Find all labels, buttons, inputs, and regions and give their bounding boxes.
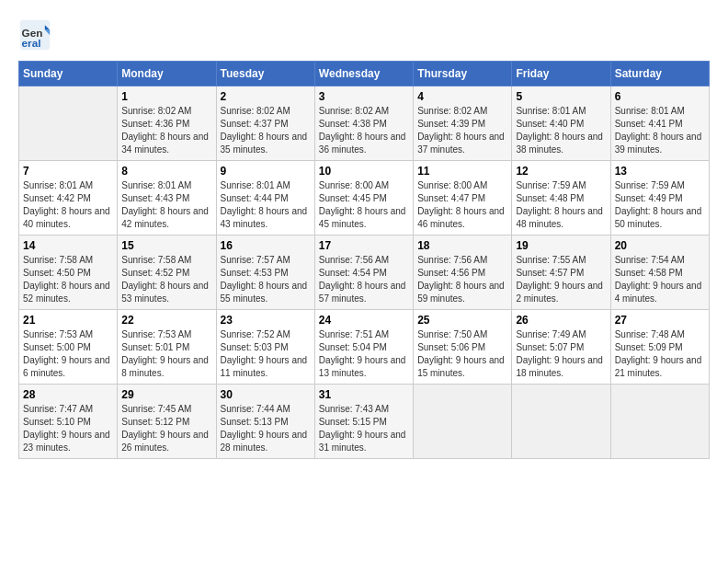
calendar-cell [610, 385, 709, 459]
day-number: 19 [516, 239, 606, 252]
week-row-1: 1 Sunrise: 8:02 AMSunset: 4:36 PMDayligh… [19, 86, 710, 161]
day-info: Sunrise: 8:02 AMSunset: 4:38 PMDaylight:… [319, 105, 409, 156]
calendar-cell: 22 Sunrise: 7:53 AMSunset: 5:01 PMDaylig… [118, 310, 216, 385]
calendar-cell: 18 Sunrise: 7:56 AMSunset: 4:56 PMDaylig… [414, 236, 512, 310]
day-info: Sunrise: 7:55 AMSunset: 4:57 PMDaylight:… [516, 254, 606, 305]
calendar-cell: 17 Sunrise: 7:56 AMSunset: 4:54 PMDaylig… [314, 236, 413, 310]
day-number: 5 [516, 90, 606, 103]
day-number: 24 [319, 314, 409, 327]
calendar-cell: 19 Sunrise: 7:55 AMSunset: 4:57 PMDaylig… [512, 236, 610, 310]
day-info: Sunrise: 7:53 AMSunset: 5:00 PMDaylight:… [23, 328, 113, 380]
header: Gen eral [18, 18, 710, 52]
day-info: Sunrise: 7:56 AMSunset: 4:56 PMDaylight:… [417, 254, 507, 305]
logo: Gen eral [18, 18, 55, 52]
day-info: Sunrise: 7:59 AMSunset: 4:48 PMDaylight:… [516, 179, 606, 231]
day-info: Sunrise: 7:58 AMSunset: 4:50 PMDaylight:… [23, 254, 113, 305]
calendar-cell: 2 Sunrise: 8:02 AMSunset: 4:37 PMDayligh… [216, 86, 314, 161]
day-number: 2 [221, 90, 311, 103]
calendar-cell: 24 Sunrise: 7:51 AMSunset: 5:04 PMDaylig… [314, 310, 413, 385]
calendar-cell: 15 Sunrise: 7:58 AMSunset: 4:52 PMDaylig… [118, 236, 216, 310]
day-number: 17 [319, 239, 409, 252]
day-info: Sunrise: 7:59 AMSunset: 4:49 PMDaylight:… [615, 179, 705, 231]
header-friday: Friday [512, 62, 610, 86]
day-number: 11 [417, 165, 507, 178]
day-info: Sunrise: 7:57 AMSunset: 4:53 PMDaylight:… [221, 254, 311, 305]
day-number: 13 [615, 165, 705, 178]
calendar-cell: 31 Sunrise: 7:43 AMSunset: 5:15 PMDaylig… [314, 385, 413, 459]
day-info: Sunrise: 8:01 AMSunset: 4:42 PMDaylight:… [23, 179, 113, 231]
day-number: 25 [417, 314, 507, 327]
day-info: Sunrise: 8:02 AMSunset: 4:37 PMDaylight:… [221, 105, 311, 156]
day-number: 8 [121, 165, 211, 178]
day-number: 27 [615, 314, 705, 327]
svg-text:eral: eral [22, 37, 41, 49]
calendar-cell: 30 Sunrise: 7:44 AMSunset: 5:13 PMDaylig… [216, 385, 314, 459]
calendar-cell: 26 Sunrise: 7:49 AMSunset: 5:07 PMDaylig… [512, 310, 610, 385]
day-number: 7 [23, 165, 113, 178]
calendar-cell [414, 385, 512, 459]
calendar-table: SundayMondayTuesdayWednesdayThursdayFrid… [18, 61, 710, 459]
week-row-2: 7 Sunrise: 8:01 AMSunset: 4:42 PMDayligh… [19, 161, 710, 236]
day-number: 22 [121, 314, 211, 327]
day-number: 20 [615, 239, 705, 252]
calendar-cell: 11 Sunrise: 8:00 AMSunset: 4:47 PMDaylig… [414, 161, 512, 236]
header-wednesday: Wednesday [314, 62, 413, 86]
day-number: 14 [23, 239, 113, 252]
calendar-cell: 16 Sunrise: 7:57 AMSunset: 4:53 PMDaylig… [216, 236, 314, 310]
calendar-cell: 7 Sunrise: 8:01 AMSunset: 4:42 PMDayligh… [19, 161, 118, 236]
calendar-cell: 12 Sunrise: 7:59 AMSunset: 4:48 PMDaylig… [512, 161, 610, 236]
calendar-cell [512, 385, 610, 459]
day-info: Sunrise: 7:48 AMSunset: 5:09 PMDaylight:… [615, 328, 705, 380]
header-sunday: Sunday [19, 62, 118, 86]
day-number: 21 [23, 314, 113, 327]
calendar-cell: 28 Sunrise: 7:47 AMSunset: 5:10 PMDaylig… [19, 385, 118, 459]
day-number: 16 [221, 239, 311, 252]
logo-icon: Gen eral [18, 18, 51, 52]
day-number: 4 [417, 90, 507, 103]
header-thursday: Thursday [414, 62, 512, 86]
calendar-cell: 29 Sunrise: 7:45 AMSunset: 5:12 PMDaylig… [118, 385, 216, 459]
day-number: 6 [615, 90, 705, 103]
day-info: Sunrise: 7:47 AMSunset: 5:10 PMDaylight:… [23, 403, 113, 454]
calendar-cell: 3 Sunrise: 8:02 AMSunset: 4:38 PMDayligh… [314, 86, 413, 161]
day-info: Sunrise: 7:52 AMSunset: 5:03 PMDaylight:… [221, 328, 311, 380]
day-number: 1 [121, 90, 211, 103]
day-number: 9 [221, 165, 311, 178]
day-number: 10 [319, 165, 409, 178]
day-info: Sunrise: 8:02 AMSunset: 4:36 PMDaylight:… [121, 105, 211, 156]
day-info: Sunrise: 8:00 AMSunset: 4:47 PMDaylight:… [417, 179, 507, 231]
header-saturday: Saturday [610, 62, 709, 86]
day-number: 12 [516, 165, 606, 178]
day-info: Sunrise: 8:00 AMSunset: 4:45 PMDaylight:… [319, 179, 409, 231]
day-info: Sunrise: 8:01 AMSunset: 4:41 PMDaylight:… [615, 105, 705, 156]
day-info: Sunrise: 7:43 AMSunset: 5:15 PMDaylight:… [319, 403, 409, 454]
day-number: 28 [23, 388, 113, 401]
calendar-cell: 23 Sunrise: 7:52 AMSunset: 5:03 PMDaylig… [216, 310, 314, 385]
day-info: Sunrise: 7:53 AMSunset: 5:01 PMDaylight:… [121, 328, 211, 380]
day-info: Sunrise: 8:01 AMSunset: 4:44 PMDaylight:… [221, 179, 311, 231]
day-info: Sunrise: 7:54 AMSunset: 4:58 PMDaylight:… [615, 254, 705, 305]
calendar-cell: 27 Sunrise: 7:48 AMSunset: 5:09 PMDaylig… [610, 310, 709, 385]
calendar-cell [19, 86, 118, 161]
day-number: 18 [417, 239, 507, 252]
day-info: Sunrise: 7:44 AMSunset: 5:13 PMDaylight:… [221, 403, 311, 454]
week-row-3: 14 Sunrise: 7:58 AMSunset: 4:50 PMDaylig… [19, 236, 710, 310]
day-number: 29 [121, 388, 211, 401]
calendar-cell: 5 Sunrise: 8:01 AMSunset: 4:40 PMDayligh… [512, 86, 610, 161]
calendar-cell: 13 Sunrise: 7:59 AMSunset: 4:49 PMDaylig… [610, 161, 709, 236]
day-number: 30 [221, 388, 311, 401]
day-info: Sunrise: 7:50 AMSunset: 5:06 PMDaylight:… [417, 328, 507, 380]
day-info: Sunrise: 7:58 AMSunset: 4:52 PMDaylight:… [121, 254, 211, 305]
day-number: 26 [516, 314, 606, 327]
calendar-cell: 9 Sunrise: 8:01 AMSunset: 4:44 PMDayligh… [216, 161, 314, 236]
day-info: Sunrise: 7:49 AMSunset: 5:07 PMDaylight:… [516, 328, 606, 380]
calendar-cell: 10 Sunrise: 8:00 AMSunset: 4:45 PMDaylig… [314, 161, 413, 236]
calendar-cell: 25 Sunrise: 7:50 AMSunset: 5:06 PMDaylig… [414, 310, 512, 385]
calendar-cell: 4 Sunrise: 8:02 AMSunset: 4:39 PMDayligh… [414, 86, 512, 161]
day-info: Sunrise: 8:01 AMSunset: 4:40 PMDaylight:… [516, 105, 606, 156]
calendar-cell: 21 Sunrise: 7:53 AMSunset: 5:00 PMDaylig… [19, 310, 118, 385]
day-info: Sunrise: 7:51 AMSunset: 5:04 PMDaylight:… [319, 328, 409, 380]
week-row-4: 21 Sunrise: 7:53 AMSunset: 5:00 PMDaylig… [19, 310, 710, 385]
header-monday: Monday [118, 62, 216, 86]
calendar-cell: 14 Sunrise: 7:58 AMSunset: 4:50 PMDaylig… [19, 236, 118, 310]
